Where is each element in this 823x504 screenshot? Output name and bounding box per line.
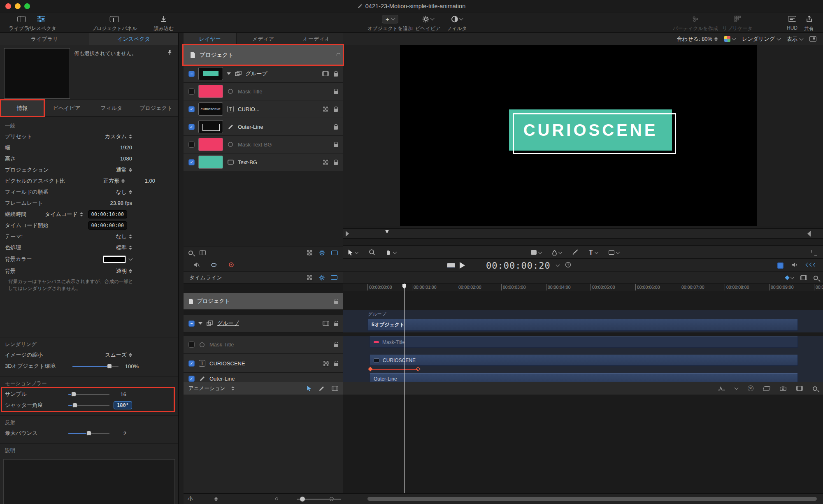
layer-checkbox[interactable] xyxy=(188,88,195,95)
stepper-icon[interactable] xyxy=(231,386,235,390)
layer-checkbox[interactable] xyxy=(188,159,195,165)
color-processing-value[interactable]: 標準 xyxy=(116,244,127,251)
playhead-handle[interactable] xyxy=(402,284,406,289)
blend-checker-icon[interactable] xyxy=(323,106,329,112)
horizontal-scrollbar[interactable] xyxy=(367,497,817,501)
select-tool[interactable] xyxy=(348,249,358,255)
lock-icon[interactable] xyxy=(334,91,338,94)
layers-project-row[interactable]: プロジェクト xyxy=(184,45,343,65)
projection-value[interactable]: 通常 xyxy=(116,166,127,174)
lock-icon[interactable] xyxy=(334,323,338,326)
mute-icon[interactable] xyxy=(193,262,200,269)
lock-icon[interactable] xyxy=(334,126,338,130)
minimize-button[interactable] xyxy=(15,3,21,9)
max-bounce-slider[interactable] xyxy=(68,433,109,434)
clear-icon[interactable] xyxy=(748,386,753,391)
stepper-icon[interactable] xyxy=(129,235,132,239)
layer-checkbox[interactable] xyxy=(188,142,195,148)
blend-checker-icon[interactable] xyxy=(323,159,329,165)
chevron-down-icon[interactable] xyxy=(129,257,133,261)
loop-icon[interactable] xyxy=(210,262,217,269)
layer-name[interactable]: グループ xyxy=(246,70,267,77)
zoom-icon[interactable] xyxy=(813,386,817,391)
pixel-aspect-value[interactable]: 正方形 xyxy=(103,177,119,185)
subtab-behaviors[interactable]: ビヘイビア xyxy=(45,100,90,116)
stepper-icon[interactable] xyxy=(80,212,83,216)
zoom-button[interactable] xyxy=(24,3,30,9)
fast-chevrons-icon[interactable] xyxy=(806,265,816,266)
lock-icon[interactable] xyxy=(334,344,338,347)
group-track-bar[interactable]: 5オブジェクト xyxy=(367,319,798,331)
mask-title-track-bar[interactable]: Mask-Title xyxy=(370,337,798,348)
zoom-out-icon[interactable] xyxy=(275,497,278,500)
title-outer-line-shape[interactable] xyxy=(513,113,676,154)
stepper-icon[interactable] xyxy=(129,353,132,357)
layer-row-text-bg[interactable]: Text-BG xyxy=(184,153,343,171)
tab-inspector[interactable]: インスペクタ xyxy=(89,33,178,45)
stepper-icon[interactable] xyxy=(129,269,132,273)
canvas-viewport[interactable]: CURIOSCENE xyxy=(400,45,757,226)
go-to-start-button[interactable] xyxy=(447,263,451,268)
lock-icon[interactable] xyxy=(334,73,338,77)
stepper-icon[interactable] xyxy=(129,168,132,172)
timeline-zoom-slider[interactable] xyxy=(297,499,341,500)
layer-row-mask-text-bg[interactable]: Mask-Text-BG xyxy=(184,136,343,153)
text-tool[interactable]: T xyxy=(589,249,598,256)
add-object-button[interactable]: + オブジェクトを追加 xyxy=(367,14,413,32)
lock-icon[interactable] xyxy=(334,109,338,112)
curioscene-track-bar[interactable]: CURIOSCENE xyxy=(370,355,798,366)
layer-checkbox[interactable] xyxy=(188,376,195,382)
disclosure-triangle-icon[interactable] xyxy=(227,72,231,75)
zoom-fit-control[interactable]: 合わせる: 80% xyxy=(677,35,718,43)
timeline-group-row[interactable]: グループ xyxy=(184,315,343,332)
paint-tool[interactable] xyxy=(552,250,562,255)
checker-filter-icon[interactable] xyxy=(307,274,313,281)
preset-value[interactable]: カスタム xyxy=(105,133,127,140)
lock-icon[interactable] xyxy=(334,301,338,304)
film-icon[interactable] xyxy=(796,386,803,391)
lock-icon[interactable] xyxy=(334,162,338,165)
lock-icon[interactable] xyxy=(334,363,338,366)
timeline-project-row[interactable]: プロジェクト xyxy=(184,293,343,310)
layer-name[interactable]: Outer-Line xyxy=(238,124,263,130)
pan-tool[interactable] xyxy=(386,249,396,255)
share-button[interactable]: 共有 xyxy=(804,14,814,32)
brush-tool[interactable] xyxy=(572,249,578,256)
timeline-curioscene-row[interactable]: CURIOSCENE xyxy=(184,354,343,373)
fullscreen-icon[interactable] xyxy=(811,250,817,255)
duration-timecode-field[interactable]: 00:00:10:00 xyxy=(88,210,127,218)
region-icon[interactable] xyxy=(763,386,770,391)
stepper-icon[interactable] xyxy=(214,497,218,501)
lock-icon[interactable] xyxy=(334,144,338,147)
shutter-angle-slider[interactable] xyxy=(68,405,109,406)
theme-value[interactable]: なし xyxy=(116,233,127,240)
description-textarea[interactable] xyxy=(3,459,175,504)
display-mode-icon[interactable] xyxy=(809,36,816,42)
layer-checkbox[interactable] xyxy=(188,71,195,77)
arrow-cursor-icon[interactable] xyxy=(307,386,312,391)
shutter-angle-field[interactable]: 180° xyxy=(114,401,132,409)
3d-env-slider[interactable] xyxy=(72,366,119,367)
screen-filter-icon[interactable] xyxy=(331,251,338,255)
current-timecode[interactable]: 00:00:00:20 xyxy=(486,260,551,271)
subtab-project[interactable]: プロジェクト xyxy=(134,100,179,116)
field-order-value[interactable]: なし xyxy=(116,188,127,196)
background-value[interactable]: 透明 xyxy=(116,267,127,275)
speaker-icon[interactable] xyxy=(792,262,798,269)
timeline-mask-title-row[interactable]: Mask-Title xyxy=(184,336,343,354)
view-menu[interactable]: 表示 xyxy=(787,35,803,43)
layer-checkbox[interactable] xyxy=(188,321,195,327)
timecode-start-field[interactable]: 00:00:00:00 xyxy=(88,221,127,230)
layer-name[interactable]: Mask-Title xyxy=(238,88,262,95)
layer-row-curioscene[interactable]: CURIOSCENE CURIO... xyxy=(184,100,343,118)
screen-filter-icon[interactable] xyxy=(331,275,337,280)
checker-filter-icon[interactable] xyxy=(307,250,313,256)
stepper-icon[interactable] xyxy=(129,135,132,139)
layer-checkbox[interactable] xyxy=(188,124,195,130)
clock-icon[interactable] xyxy=(565,262,571,269)
pen-icon[interactable] xyxy=(319,386,324,391)
subtab-filters[interactable]: フィルタ xyxy=(89,100,134,116)
chevron-down-icon[interactable] xyxy=(556,263,560,267)
play-button[interactable] xyxy=(460,262,465,269)
color-channel-control[interactable] xyxy=(724,36,735,42)
